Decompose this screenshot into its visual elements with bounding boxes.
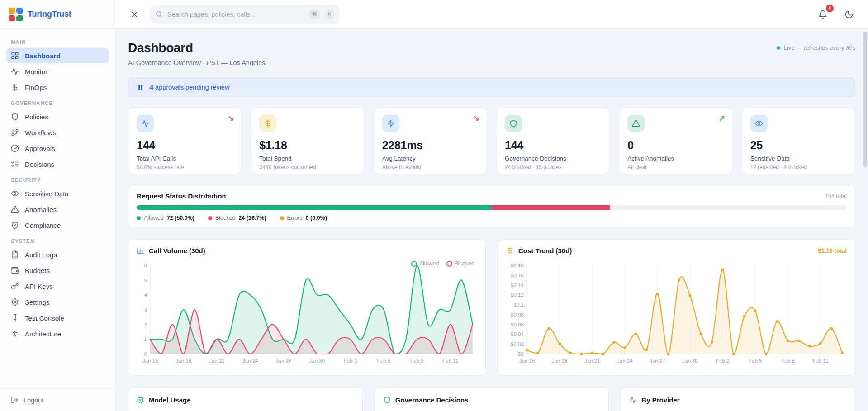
legend-dot-icon [208,216,212,220]
sidebar-item-test-console[interactable]: Test Console [6,310,109,326]
svg-text:$0.18: $0.18 [511,263,524,268]
sidebar-item-label: Audit Logs [25,251,57,259]
sidebar-item-workflows[interactable]: Workflows [6,125,109,140]
svg-text:0: 0 [144,351,147,357]
svg-text:Jan 30: Jan 30 [682,358,698,364]
x-icon [130,10,139,19]
cost-trend-chart: $0$0.02$0.04$0.06$0.08$0.1$0.12$0.14$0.1… [506,258,847,366]
sidebar-item-approvals[interactable]: Approvals [6,141,109,156]
topbar: ⌘ K 4 [115,0,868,29]
legend-blocked-toggle[interactable]: Blocked [446,260,474,267]
topbar-actions: 4 [816,8,855,21]
close-sidebar-button[interactable] [128,8,141,21]
stats-grid: ↘144Total API Calls50.0% success rate$1.… [128,107,855,174]
bell-icon [818,10,827,19]
sidebar-item-dashboard[interactable]: Dashboard [6,48,109,63]
zap-icon [387,119,395,128]
bottom-row: Model UsageGovernance DecisionsBy Provid… [128,387,855,411]
sidebar-item-finops[interactable]: FinOps [6,80,109,95]
live-status: Live — refreshes every 30s [777,44,855,51]
dollar-icon [506,247,514,255]
sidebar-item-policies[interactable]: Policies [6,109,109,124]
sidebar-item-architecture[interactable]: Architecture [6,326,109,341]
svg-text:5: 5 [144,278,147,283]
sidebar-nav: MAINDashboardMonitorFinOpsGOVERNANCEPoli… [0,29,115,388]
stat-card-avg-latency: ↘2281msAvg LatencyAbove threshold [374,107,487,174]
wallet-icon [11,266,19,274]
sidebar-item-decisions[interactable]: Decisions [6,156,109,172]
activity-icon [141,119,149,128]
sidebar-item-budgets[interactable]: Budgets [6,263,109,278]
svg-text:$0.14: $0.14 [511,283,524,288]
stat-value: 144 [505,139,601,152]
stat-card-sensitive-data: 25Sensitive Data12 redacted · 4 blocked [742,107,855,174]
svg-text:Feb 5: Feb 5 [749,358,762,364]
search-input[interactable] [167,11,304,18]
sidebar: TuringTrust MAINDashboardMonitorFinOpsGO… [0,0,115,411]
brand-header: TuringTrust [0,0,115,29]
sidebar-item-audit-logs[interactable]: Audit Logs [6,247,109,262]
legend-value: 24 (16.7%) [238,215,266,221]
stat-icon-chip [505,115,522,132]
cpu-icon [137,396,144,404]
call-volume-card: Call Volume (30d) Allowed Blocked 012345… [128,239,486,376]
activity-icon-wrap [629,396,637,404]
distribution-bar [137,205,847,210]
sidebar-item-monitor[interactable]: Monitor [6,64,109,79]
distribution-title: Request Status Distribution [137,192,226,200]
legend-item-allowed: Allowed 72 (50.0%) [137,215,194,221]
stat-value: 0 [627,139,724,152]
moon-icon [844,10,854,19]
approvals-count: 4 [150,84,153,91]
svg-text:Jan 24: Jan 24 [242,358,258,364]
legend-item-blocked: Blocked 24 (16.7%) [208,215,266,221]
svg-text:$0.12: $0.12 [511,292,524,298]
allowed-ring-icon [411,261,417,267]
live-status-text: Live — refreshes every 30s [784,44,855,51]
approvals-banner[interactable]: 4approvals pending review [128,77,855,97]
card-model-usage: Model Usage [128,387,363,411]
shield-check-icon [11,221,19,229]
logout-icon [11,396,19,404]
legend-value: 0 (0.0%) [306,215,327,221]
page-subtitle: AI Governance Overview · PST — Los Angel… [128,59,266,66]
sidebar-item-label: FinOps [25,84,47,91]
dark-mode-toggle[interactable] [843,8,855,21]
sidebar-item-anomalies[interactable]: Anomalies [6,202,109,217]
svg-text:Feb 8: Feb 8 [781,358,794,364]
logout-button[interactable]: Logout [11,396,104,404]
shield-icon-wrap [383,396,391,404]
alert-triangle-icon [632,119,640,128]
bell-icon [818,10,827,19]
bottom-card-title: Model Usage [149,396,191,404]
dashboard-icon [11,52,19,60]
sidebar-item-label: Architecture [25,330,61,338]
charts-row: Call Volume (30d) Allowed Blocked 012345… [128,239,855,376]
main-area: ⌘ K 4 Dashboard AI Governance Overview ·… [115,0,868,411]
sidebar-item-settings[interactable]: Settings [6,294,109,310]
svg-text:$0.16: $0.16 [511,273,524,278]
stat-icon-chip [137,115,154,132]
alert-triangle-icon [11,205,19,213]
live-dot-icon [777,46,780,50]
search-box[interactable]: ⌘ K [150,5,340,24]
notifications-button[interactable]: 4 [816,8,829,21]
sidebar-item-sensitive-data[interactable]: Sensitive Data [6,186,109,201]
svg-text:Jan 21: Jan 21 [584,358,600,364]
brand-logo-icon [9,8,23,21]
sidebar-item-label: Monitor [25,68,47,76]
cost-trend-title: Cost Trend (30d) [518,247,572,255]
sidebar-item-label: Budgets [25,267,50,274]
legend-allowed-toggle[interactable]: Allowed [411,260,439,267]
bar-chart-icon [137,247,144,255]
app-root: TuringTrust MAINDashboardMonitorFinOpsGO… [0,0,868,411]
trend-down-icon: ↘ [474,114,479,123]
sidebar-item-compliance[interactable]: Compliance [6,217,109,233]
svg-text:Jan 18: Jan 18 [552,358,568,364]
sidebar-item-api-keys[interactable]: API Keys [6,279,109,294]
stat-sublabel: 12 redacted · 4 blocked [750,164,847,170]
scrollbar-thumb[interactable] [863,32,867,167]
bar-chart-icon [137,247,144,255]
scrollbar-track[interactable] [863,32,867,407]
shield-icon [11,113,19,121]
